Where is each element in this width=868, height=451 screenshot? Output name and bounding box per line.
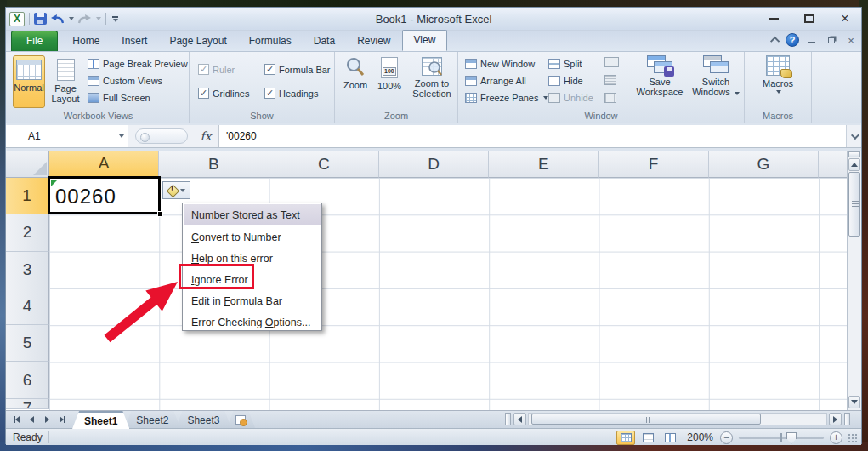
chevron-down-icon — [735, 92, 740, 95]
normal-view-button[interactable]: Normal — [13, 55, 45, 108]
save-workspace-button[interactable]: Save Workspace — [632, 55, 688, 97]
macros-button[interactable]: Macros — [757, 55, 799, 94]
column-header-g[interactable]: G — [709, 151, 819, 178]
column-header-d[interactable]: D — [379, 151, 489, 178]
save-icon[interactable] — [34, 13, 47, 25]
split-button[interactable]: Split — [548, 59, 582, 69]
last-sheet-button[interactable] — [55, 413, 69, 426]
horizontal-split-handle[interactable] — [844, 413, 850, 425]
checkbox-checked-icon: ✓ — [264, 88, 275, 99]
workbook-minimize-icon[interactable] — [805, 35, 819, 46]
horizontal-scroll-track[interactable] — [528, 413, 827, 425]
view-side-by-side-icon — [604, 57, 616, 67]
synchronous-scrolling-button[interactable] — [604, 75, 616, 85]
view-side-by-side-button[interactable] — [604, 57, 616, 67]
insert-function-button[interactable]: fx — [193, 125, 218, 147]
menu-item-edit-in-formula-bar[interactable]: Edit in Formula Bar — [183, 290, 321, 311]
scroll-left-button[interactable] — [513, 413, 526, 425]
tab-file[interactable]: File — [11, 31, 58, 51]
tab-formulas[interactable]: Formulas — [238, 31, 303, 51]
formula-input[interactable]: '00260 — [218, 125, 846, 147]
zoom-to-selection-button[interactable]: Zoom to Selection — [408, 57, 456, 99]
zoom-in-button[interactable]: + — [830, 431, 842, 444]
sheet-tab-sheet2[interactable]: Sheet2 — [124, 411, 180, 429]
row-header-4[interactable]: 4 — [6, 288, 49, 325]
horizontal-scroll-thumb[interactable] — [531, 414, 761, 425]
column-header-c[interactable]: C — [269, 151, 379, 178]
vertical-scrollbar[interactable] — [847, 151, 861, 410]
column-header-a[interactable]: A — [49, 151, 159, 178]
status-normal-view-button[interactable] — [616, 431, 635, 445]
insert-worksheet-button[interactable] — [226, 411, 255, 429]
full-screen-button[interactable]: Full Screen — [88, 93, 150, 103]
name-box-dropdown[interactable] — [114, 125, 128, 147]
workbook-close-icon[interactable]: × — [844, 35, 858, 46]
scroll-down-button[interactable] — [848, 396, 860, 408]
freeze-panes-button[interactable]: Freeze Panes — [465, 93, 548, 103]
tab-view[interactable]: View — [402, 30, 448, 51]
ruler-checkbox[interactable]: ✓ Ruler — [198, 64, 235, 75]
row-header-6[interactable]: 6 — [6, 362, 49, 398]
column-header-e[interactable]: E — [489, 151, 599, 178]
tab-data[interactable]: Data — [303, 31, 346, 51]
tab-split-handle[interactable] — [505, 413, 511, 425]
zoom-slider[interactable] — [739, 437, 824, 439]
formula-bar-checkbox[interactable]: ✓ Formula Bar — [264, 64, 331, 75]
tab-page-layout[interactable]: Page Layout — [158, 31, 237, 51]
select-all-corner[interactable] — [6, 151, 49, 178]
vertical-split-handle[interactable] — [848, 151, 860, 157]
zoom-100-button[interactable]: 100 100% — [373, 57, 406, 91]
switch-windows-button[interactable]: Switch Windows — [689, 55, 742, 97]
column-header-partial[interactable] — [819, 151, 848, 178]
row-header-3[interactable]: 3 — [6, 252, 49, 288]
hide-button[interactable]: Hide — [548, 76, 583, 86]
first-sheet-button[interactable] — [9, 413, 23, 426]
cells-area[interactable] — [49, 178, 848, 410]
gridlines-checkbox[interactable]: ✓ Gridlines — [198, 88, 249, 99]
page-break-preview-button[interactable]: Page Break Preview — [88, 59, 188, 69]
fill-handle[interactable] — [157, 211, 163, 217]
custom-views-button[interactable]: Custom Views — [88, 76, 162, 86]
row-header-1[interactable]: 1 — [6, 178, 49, 214]
error-options-button[interactable]: ! — [162, 181, 190, 199]
zoom-button[interactable]: Zoom — [339, 57, 372, 90]
maximize-button[interactable] — [798, 11, 820, 26]
headings-checkbox[interactable]: ✓ Headings — [264, 88, 318, 99]
vertical-scroll-thumb[interactable] — [848, 172, 860, 237]
next-sheet-button[interactable] — [40, 413, 54, 426]
arrange-all-button[interactable]: Arrange All — [465, 76, 526, 86]
menu-item-help-on-this-error[interactable]: Help on this error — [183, 248, 321, 269]
column-header-b[interactable]: B — [159, 151, 269, 178]
sheet-nav-buttons — [6, 411, 72, 428]
previous-sheet-button[interactable] — [25, 413, 38, 426]
column-header-f[interactable]: F — [599, 151, 708, 178]
zoom-slider-thumb[interactable] — [786, 432, 797, 444]
resize-grip[interactable] — [846, 430, 856, 445]
sheet-tab-sheet3[interactable]: Sheet3 — [175, 411, 231, 429]
reset-window-position-button[interactable] — [604, 93, 616, 103]
tab-home[interactable]: Home — [61, 31, 111, 51]
menu-item-convert-to-number[interactable]: Convert to Number — [183, 226, 321, 248]
status-page-layout-view-button[interactable] — [638, 431, 657, 445]
horizontal-scrollbar[interactable] — [505, 411, 850, 427]
scroll-up-button[interactable] — [848, 158, 860, 171]
row-header-2[interactable]: 2 — [6, 214, 49, 251]
row-header-5[interactable]: 5 — [6, 325, 49, 362]
new-window-button[interactable]: New Window — [465, 59, 535, 69]
tab-review[interactable]: Review — [346, 31, 401, 51]
expand-formula-bar-button[interactable] — [846, 125, 861, 147]
menu-item-error-checking-options[interactable]: Error Checking Options... — [183, 311, 321, 333]
close-button[interactable]: × — [834, 11, 856, 26]
scroll-right-button[interactable] — [829, 413, 842, 425]
workbook-restore-icon[interactable] — [825, 35, 838, 46]
menu-item-ignore-error[interactable]: Ignore Error — [183, 269, 321, 290]
help-icon[interactable]: ? — [786, 33, 799, 47]
name-box[interactable]: A1 — [6, 125, 128, 147]
minimize-button[interactable] — [763, 11, 785, 26]
tab-insert[interactable]: Insert — [111, 31, 158, 51]
sheet-tab-sheet1[interactable]: Sheet1 — [72, 411, 129, 429]
row-header-7[interactable]: 7 — [6, 399, 49, 409]
page-layout-view-button[interactable]: Page Layout — [48, 55, 82, 108]
zoom-out-button[interactable]: − — [720, 431, 733, 444]
status-page-break-view-button[interactable] — [661, 431, 679, 445]
